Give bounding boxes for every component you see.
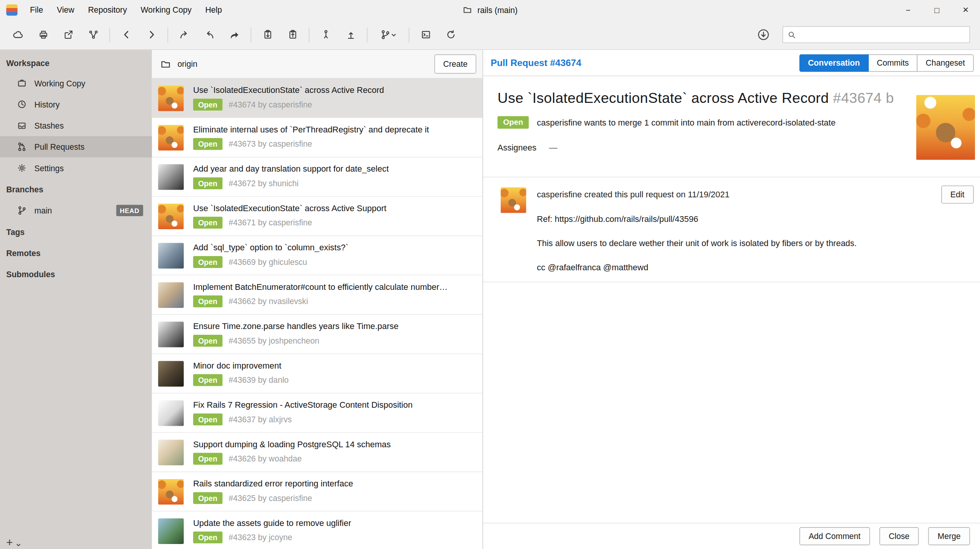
- app-icon: [6, 4, 17, 15]
- head-badge: HEAD: [116, 205, 143, 216]
- commit-graph-button[interactable]: [81, 24, 105, 45]
- pr-status-badge: Open: [193, 99, 222, 111]
- terminal-button[interactable]: [414, 24, 437, 45]
- pr-list-item[interactable]: Support dumping & loading PostgreSQL 14 …: [152, 433, 482, 472]
- assignees-label: Assignees: [498, 143, 536, 152]
- updates-button[interactable]: [751, 24, 775, 45]
- menu-working-copy[interactable]: Working Copy: [134, 0, 198, 20]
- app-window: File View Repository Working Copy Help r…: [0, 0, 980, 549]
- printer-icon: [38, 29, 48, 40]
- refresh-button[interactable]: [439, 24, 463, 45]
- pr-list-item[interactable]: Minor doc improvement Open#43639 by danl…: [152, 354, 482, 393]
- pr-avatar: [158, 439, 184, 465]
- sidebar-item-label: Working Copy: [35, 78, 85, 88]
- pr-list-item[interactable]: Add `sql_type` option to `column_exists?…: [152, 236, 482, 275]
- sidebar-item-working-copy[interactable]: Working Copy: [0, 73, 152, 94]
- remotes-header[interactable]: Remotes: [0, 242, 152, 263]
- comment-avatar: [501, 187, 526, 213]
- pr-list-item[interactable]: Fix Rails 7 Regression - ActiveStorage C…: [152, 394, 482, 433]
- terminal-icon: [420, 29, 431, 40]
- pr-list-item[interactable]: Update the assets guide to remove uglifi…: [152, 511, 482, 549]
- menu-file[interactable]: File: [23, 0, 50, 20]
- pull-button[interactable]: [197, 24, 221, 45]
- clock-icon: [17, 99, 27, 109]
- checkout-button[interactable]: [314, 24, 338, 45]
- comment-content: casperisfine created this pull request o…: [537, 187, 930, 282]
- pr-avatar: [158, 85, 184, 111]
- pr-list-item[interactable]: Use `IsolatedExecutionState` across Acti…: [152, 197, 482, 236]
- pr-list-item[interactable]: Implement BatchEnumerator#count to effic…: [152, 275, 482, 314]
- remote-folder-icon: [160, 58, 171, 69]
- toolbar-separator: [409, 27, 409, 42]
- pr-list-item[interactable]: Eliminate internal uses of `PerThreadReg…: [152, 118, 482, 157]
- menu-help[interactable]: Help: [199, 0, 229, 20]
- pr-meta: #43655 by joshpencheon: [228, 336, 319, 345]
- close-pr-button[interactable]: Close: [879, 527, 919, 545]
- sidebar-item-history[interactable]: History: [0, 94, 152, 115]
- tab-changeset[interactable]: Changeset: [917, 54, 974, 72]
- print-button[interactable]: [31, 24, 55, 45]
- maximize-button[interactable]: □: [922, 0, 951, 20]
- edit-button[interactable]: Edit: [941, 185, 973, 203]
- create-branch-button[interactable]: [339, 24, 363, 45]
- gear-icon: [17, 163, 27, 173]
- merge-button[interactable]: Merge: [928, 527, 970, 545]
- pr-title: Update the assets guide to remove uglifi…: [193, 518, 476, 528]
- menu-view[interactable]: View: [50, 0, 81, 20]
- merge-dropdown-button[interactable]: [372, 24, 404, 45]
- pr-list-item[interactable]: Rails standardized error reporting inter…: [152, 472, 482, 511]
- briefcase-icon: [17, 78, 27, 88]
- toolbar-right: [751, 24, 973, 45]
- window-controls: − □ ×: [894, 0, 980, 20]
- add-repository-button[interactable]: +: [6, 538, 21, 548]
- pr-avatar: [158, 282, 184, 308]
- menu-repository[interactable]: Repository: [81, 0, 134, 20]
- pull-request-icon: [17, 142, 27, 152]
- fetch-button[interactable]: [172, 24, 196, 45]
- sidebar: Workspace Working Copy History Stashes P…: [0, 50, 152, 549]
- pr-meta: #43674 by casperisfine: [228, 100, 312, 109]
- pr-list: Use `IsolatedExecutionState` across Acti…: [152, 79, 482, 549]
- minimize-button[interactable]: −: [894, 0, 922, 20]
- pr-detail-title-text: Use `IsolatedExecutionState` across Acti…: [498, 90, 829, 106]
- pr-list-item[interactable]: Ensure Time.zone.parse handles years lik…: [152, 315, 482, 354]
- fetch-all-button[interactable]: [6, 24, 30, 45]
- branches-header[interactable]: Branches: [0, 179, 152, 200]
- search-input[interactable]: [800, 29, 965, 40]
- forward-button[interactable]: [139, 24, 163, 45]
- pop-stash-icon: [287, 29, 298, 40]
- submodules-header[interactable]: Submodules: [0, 264, 152, 285]
- open-external-icon: [63, 29, 74, 40]
- refresh-icon: [445, 29, 456, 40]
- toolbar: [0, 20, 980, 50]
- sidebar-item-stashes[interactable]: Stashes: [0, 115, 152, 136]
- title-bar: File View Repository Working Copy Help r…: [0, 0, 980, 20]
- push-button[interactable]: [222, 24, 246, 45]
- pr-avatar: [158, 479, 184, 504]
- close-button[interactable]: ×: [951, 0, 980, 20]
- tab-commits[interactable]: Commits: [868, 54, 917, 72]
- pr-meta: #43626 by woahdae: [228, 454, 302, 463]
- back-button[interactable]: [114, 24, 138, 45]
- pull-icon: [204, 29, 215, 40]
- window-title-text: rails (main): [477, 5, 518, 15]
- sidebar-item-settings[interactable]: Settings: [0, 157, 152, 179]
- comment-line: This allow users to declare wether their…: [537, 238, 930, 248]
- pr-avatar: [158, 243, 184, 268]
- tags-header[interactable]: Tags: [0, 221, 152, 242]
- stash-button[interactable]: [256, 24, 280, 45]
- pr-list-item[interactable]: Add year and day translation support for…: [152, 157, 482, 197]
- add-comment-button[interactable]: Add Comment: [799, 527, 870, 545]
- sidebar-item-pull-requests[interactable]: Pull Requests: [0, 136, 152, 157]
- remote-name: origin: [177, 60, 197, 69]
- sidebar-item-label: History: [35, 99, 60, 109]
- assignees-value: —: [549, 143, 557, 152]
- create-pr-button[interactable]: Create: [434, 55, 476, 74]
- tab-conversation[interactable]: Conversation: [799, 54, 869, 72]
- toolbar-separator: [251, 27, 252, 42]
- pr-list-item[interactable]: Use `IsolatedExecutionState` across Acti…: [152, 79, 482, 118]
- sidebar-item-branch-main[interactable]: main HEAD: [0, 200, 152, 221]
- open-external-button[interactable]: [56, 24, 80, 45]
- pop-stash-button[interactable]: [281, 24, 305, 45]
- pr-status-badge: Open: [193, 413, 222, 425]
